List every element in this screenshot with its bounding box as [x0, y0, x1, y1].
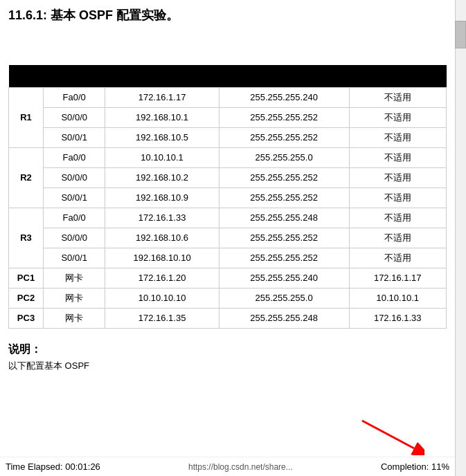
ip-cell: 172.16.1.17: [105, 87, 219, 107]
ip-cell: 192.168.10.2: [105, 167, 219, 187]
table-row: R3 Fa0/0 172.16.1.33 255.255.255.248 不适用: [9, 208, 447, 228]
page-title: 11.6.1: 基本 OSPF 配置实验。: [8, 7, 447, 24]
red-arrow-icon: [355, 414, 424, 455]
mask-cell: 255.255.255.252: [219, 127, 349, 147]
ip-cell: 192.168.10.10: [105, 248, 219, 268]
device-cell: PC1: [9, 268, 44, 288]
time-elapsed-value: 00:01:26: [65, 461, 100, 472]
network-table: R1 Fa0/0 172.16.1.17 255.255.255.240 不适用…: [8, 65, 447, 329]
interface-cell: Fa0/0: [44, 147, 105, 167]
completion-value: 11%: [431, 461, 449, 472]
section-label: 说明：: [8, 342, 447, 357]
table-row: S0/0/0 192.168.10.1 255.255.255.252 不适用: [9, 107, 447, 127]
table-row: PC3 网卡 172.16.1.35 255.255.255.248 172.1…: [9, 308, 447, 328]
mask-cell: 255.255.255.252: [219, 187, 349, 208]
ip-cell: 192.168.10.5: [105, 127, 219, 147]
device-cell: R2: [9, 147, 44, 208]
network-table-container: R1 Fa0/0 172.16.1.17 255.255.255.240 不适用…: [8, 65, 447, 329]
page-container: 11.6.1: 基本 OSPF 配置实验。 R1 Fa0/0 172.16.1.…: [0, 0, 466, 476]
device-cell: PC2: [9, 288, 44, 308]
interface-cell: S0/0/1: [44, 127, 105, 147]
content-area: 11.6.1: 基本 OSPF 配置实验。 R1 Fa0/0 172.16.1.…: [0, 0, 455, 476]
mask-cell: 255.255.255.240: [219, 87, 349, 107]
gateway-cell: 不适用: [349, 107, 446, 127]
gateway-cell: 不适用: [349, 147, 446, 167]
table-row: R1 Fa0/0 172.16.1.17 255.255.255.240 不适用: [9, 87, 447, 107]
gateway-cell: 不适用: [349, 228, 446, 248]
mask-cell: 255.255.255.252: [219, 228, 349, 248]
table-row: PC1 网卡 172.16.1.20 255.255.255.240 172.1…: [9, 268, 447, 288]
gateway-cell: 不适用: [349, 127, 446, 147]
mask-cell: 255.255.255.252: [219, 167, 349, 187]
ip-cell: 192.168.10.1: [105, 107, 219, 127]
mask-cell: 255.255.255.0: [219, 288, 349, 308]
table-row: S0/0/0 192.168.10.2 255.255.255.252 不适用: [9, 167, 447, 187]
mask-cell: 255.255.255.252: [219, 107, 349, 127]
interface-cell: S0/0/0: [44, 228, 105, 248]
table-row: S0/0/1 192.168.10.9 255.255.255.252 不适用: [9, 187, 447, 208]
ip-cell: 192.168.10.9: [105, 187, 219, 208]
table-row: S0/0/0 192.168.10.6 255.255.255.252 不适用: [9, 228, 447, 248]
table-row: R2 Fa0/0 10.10.10.1 255.255.255.0 不适用: [9, 147, 447, 167]
completion: Completion: 11%: [381, 461, 449, 472]
interface-cell: 网卡: [44, 288, 105, 308]
device-cell: PC3: [9, 308, 44, 328]
interface-cell: S0/0/0: [44, 167, 105, 187]
interface-cell: Fa0/0: [44, 87, 105, 107]
gateway-cell: 不适用: [349, 208, 446, 228]
mask-cell: 255.255.255.248: [219, 308, 349, 328]
interface-cell: S0/0/0: [44, 107, 105, 127]
mask-cell: 255.255.255.240: [219, 268, 349, 288]
ip-cell: 10.10.10.10: [105, 288, 219, 308]
table-row: PC2 网卡 10.10.10.10 255.255.255.0 10.10.1…: [9, 288, 447, 308]
table-header-row: [9, 65, 447, 87]
bottom-bar: Time Elapsed: 00:01:26 https://blog.csdn…: [0, 457, 455, 476]
svg-line-1: [362, 421, 414, 448]
ip-cell: 172.16.1.20: [105, 268, 219, 288]
device-cell: R1: [9, 87, 44, 147]
time-elapsed-label: Time Elapsed:: [6, 461, 63, 472]
gateway-cell: 不适用: [349, 187, 446, 208]
ip-cell: 172.16.1.33: [105, 208, 219, 228]
gateway-cell: 172.16.1.17: [349, 268, 446, 288]
bottom-bar-url: https://blog.csdn.net/share...: [188, 462, 293, 472]
scrollbar-thumb[interactable]: [455, 21, 466, 48]
scrollbar[interactable]: [455, 0, 466, 476]
table-row: S0/0/1 192.168.10.10 255.255.255.252 不适用: [9, 248, 447, 268]
completion-label: Completion:: [381, 461, 429, 472]
interface-cell: 网卡: [44, 268, 105, 288]
gateway-cell: 10.10.10.1: [349, 288, 446, 308]
mask-cell: 255.255.255.252: [219, 248, 349, 268]
interface-cell: S0/0/1: [44, 248, 105, 268]
time-elapsed: Time Elapsed: 00:01:26: [6, 461, 100, 472]
description-text: 以下配置基本 OSPF: [8, 360, 447, 372]
gateway-cell: 不适用: [349, 248, 446, 268]
interface-cell: S0/0/1: [44, 187, 105, 208]
ip-cell: 172.16.1.35: [105, 308, 219, 328]
gateway-cell: 不适用: [349, 167, 446, 187]
interface-cell: 网卡: [44, 308, 105, 328]
interface-cell: Fa0/0: [44, 208, 105, 228]
ip-cell: 192.168.10.6: [105, 228, 219, 248]
gateway-cell: 172.16.1.33: [349, 308, 446, 328]
ip-cell: 10.10.10.1: [105, 147, 219, 167]
gateway-cell: 不适用: [349, 87, 446, 107]
mask-cell: 255.255.255.0: [219, 147, 349, 167]
mask-cell: 255.255.255.248: [219, 208, 349, 228]
device-cell: R3: [9, 208, 44, 268]
table-row: S0/0/1 192.168.10.5 255.255.255.252 不适用: [9, 127, 447, 147]
